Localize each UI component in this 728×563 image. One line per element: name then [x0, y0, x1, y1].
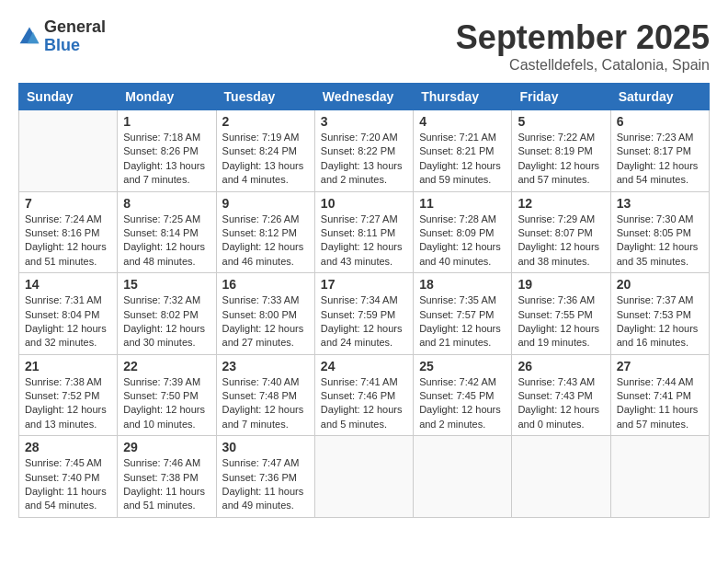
- calendar-table: SundayMondayTuesdayWednesdayThursdayFrid…: [18, 83, 710, 518]
- day-number: 15: [123, 277, 210, 292]
- day-info: Sunrise: 7:28 AM Sunset: 8:09 PM Dayligh…: [419, 213, 506, 270]
- day-number: 25: [419, 359, 506, 373]
- day-number: 13: [617, 196, 703, 211]
- day-number: 19: [518, 277, 604, 292]
- day-info: Sunrise: 7:21 AM Sunset: 8:21 PM Dayligh…: [419, 131, 506, 188]
- daylight-text: Daylight: 11 hours and 54 minutes.: [25, 486, 107, 511]
- daylight-text: Daylight: 13 hours and 4 minutes.: [222, 160, 304, 185]
- sunrise-text: Sunrise: 7:33 AM: [222, 294, 300, 305]
- day-info: Sunrise: 7:31 AM Sunset: 8:04 PM Dayligh…: [25, 293, 111, 350]
- daylight-text: Daylight: 12 hours and 40 minutes.: [419, 241, 501, 266]
- calendar-cell: 2 Sunrise: 7:19 AM Sunset: 8:24 PM Dayli…: [216, 110, 314, 192]
- calendar-cell: 20 Sunrise: 7:37 AM Sunset: 7:53 PM Dayl…: [610, 273, 709, 355]
- calendar-cell: 16 Sunrise: 7:33 AM Sunset: 8:00 PM Dayl…: [216, 273, 314, 355]
- day-number: 6: [617, 114, 703, 129]
- day-info: Sunrise: 7:32 AM Sunset: 8:02 PM Dayligh…: [123, 293, 210, 350]
- daylight-text: Daylight: 12 hours and 10 minutes.: [123, 404, 205, 429]
- weekday-header-saturday: Saturday: [610, 84, 709, 110]
- sunset-text: Sunset: 8:22 PM: [321, 145, 395, 156]
- calendar-cell: 4 Sunrise: 7:21 AM Sunset: 8:21 PM Dayli…: [414, 110, 512, 192]
- day-info: Sunrise: 7:25 AM Sunset: 8:14 PM Dayligh…: [123, 213, 210, 270]
- sunset-text: Sunset: 8:09 PM: [419, 227, 494, 238]
- logo-general: General: [44, 18, 106, 37]
- day-info: Sunrise: 7:18 AM Sunset: 8:26 PM Dayligh…: [123, 131, 210, 188]
- day-number: 16: [222, 277, 309, 292]
- day-number: 9: [222, 196, 309, 211]
- sunset-text: Sunset: 8:04 PM: [25, 309, 99, 320]
- day-number: 18: [419, 277, 506, 292]
- calendar-cell: 11 Sunrise: 7:28 AM Sunset: 8:09 PM Dayl…: [414, 191, 512, 273]
- sunrise-text: Sunrise: 7:42 AM: [419, 376, 496, 387]
- day-number: 3: [321, 114, 407, 129]
- day-number: 29: [123, 440, 210, 454]
- location: Castelldefels, Catalonia, Spain: [456, 57, 710, 74]
- calendar-cell: 18 Sunrise: 7:35 AM Sunset: 7:57 PM Dayl…: [414, 273, 512, 355]
- day-info: Sunrise: 7:40 AM Sunset: 7:48 PM Dayligh…: [222, 375, 309, 432]
- day-number: 14: [25, 277, 111, 292]
- sunset-text: Sunset: 8:02 PM: [123, 309, 198, 320]
- sunset-text: Sunset: 7:52 PM: [25, 390, 99, 401]
- daylight-text: Daylight: 12 hours and 59 minutes.: [419, 160, 501, 185]
- daylight-text: Daylight: 11 hours and 49 minutes.: [222, 486, 304, 511]
- day-info: Sunrise: 7:30 AM Sunset: 8:05 PM Dayligh…: [617, 213, 703, 270]
- daylight-text: Daylight: 12 hours and 2 minutes.: [419, 404, 501, 429]
- day-info: Sunrise: 7:47 AM Sunset: 7:36 PM Dayligh…: [222, 456, 309, 513]
- daylight-text: Daylight: 12 hours and 48 minutes.: [123, 241, 205, 266]
- day-info: Sunrise: 7:20 AM Sunset: 8:22 PM Dayligh…: [321, 131, 407, 188]
- sunset-text: Sunset: 8:12 PM: [222, 227, 297, 238]
- sunset-text: Sunset: 8:05 PM: [617, 227, 691, 238]
- daylight-text: Daylight: 12 hours and 32 minutes.: [25, 323, 107, 348]
- daylight-text: Daylight: 12 hours and 57 minutes.: [518, 160, 599, 185]
- sunset-text: Sunset: 8:26 PM: [123, 145, 198, 156]
- sunrise-text: Sunrise: 7:28 AM: [419, 213, 496, 224]
- sunrise-text: Sunrise: 7:41 AM: [321, 376, 398, 387]
- sunrise-text: Sunrise: 7:21 AM: [419, 132, 496, 143]
- sunrise-text: Sunrise: 7:40 AM: [222, 376, 300, 387]
- day-info: Sunrise: 7:29 AM Sunset: 8:07 PM Dayligh…: [518, 213, 604, 270]
- calendar-cell: 23 Sunrise: 7:40 AM Sunset: 7:48 PM Dayl…: [216, 354, 314, 436]
- logo-text: General Blue: [44, 18, 106, 55]
- day-info: Sunrise: 7:33 AM Sunset: 8:00 PM Dayligh…: [222, 293, 309, 350]
- day-number: 20: [617, 277, 703, 292]
- daylight-text: Daylight: 12 hours and 51 minutes.: [25, 241, 107, 266]
- calendar-cell: [610, 436, 709, 518]
- day-number: 12: [518, 196, 604, 211]
- daylight-text: Daylight: 12 hours and 13 minutes.: [25, 404, 107, 429]
- day-info: Sunrise: 7:44 AM Sunset: 7:41 PM Dayligh…: [617, 375, 703, 432]
- calendar-week-row: 28 Sunrise: 7:45 AM Sunset: 7:40 PM Dayl…: [19, 436, 710, 518]
- calendar-cell: 29 Sunrise: 7:46 AM Sunset: 7:38 PM Dayl…: [118, 436, 216, 518]
- sunset-text: Sunset: 8:19 PM: [518, 145, 592, 156]
- calendar-week-row: 21 Sunrise: 7:38 AM Sunset: 7:52 PM Dayl…: [19, 354, 710, 436]
- day-number: 26: [518, 359, 604, 373]
- daylight-text: Daylight: 12 hours and 38 minutes.: [518, 241, 599, 266]
- calendar-week-row: 14 Sunrise: 7:31 AM Sunset: 8:04 PM Dayl…: [19, 273, 710, 355]
- daylight-text: Daylight: 13 hours and 7 minutes.: [123, 160, 205, 185]
- weekday-header-row: SundayMondayTuesdayWednesdayThursdayFrid…: [19, 84, 710, 110]
- sunrise-text: Sunrise: 7:30 AM: [617, 213, 694, 224]
- day-number: 10: [321, 196, 407, 211]
- sunrise-text: Sunrise: 7:26 AM: [222, 213, 300, 224]
- sunset-text: Sunset: 8:00 PM: [222, 309, 297, 320]
- calendar-cell: [414, 436, 512, 518]
- daylight-text: Daylight: 12 hours and 19 minutes.: [518, 323, 599, 348]
- sunset-text: Sunset: 8:11 PM: [321, 227, 395, 238]
- calendar-cell: 6 Sunrise: 7:23 AM Sunset: 8:17 PM Dayli…: [610, 110, 709, 192]
- sunset-text: Sunset: 8:17 PM: [617, 145, 691, 156]
- daylight-text: Daylight: 12 hours and 16 minutes.: [617, 323, 699, 348]
- daylight-text: Daylight: 12 hours and 30 minutes.: [123, 323, 205, 348]
- daylight-text: Daylight: 12 hours and 5 minutes.: [321, 404, 403, 429]
- day-info: Sunrise: 7:41 AM Sunset: 7:46 PM Dayligh…: [321, 375, 407, 432]
- calendar-cell: 19 Sunrise: 7:36 AM Sunset: 7:55 PM Dayl…: [512, 273, 610, 355]
- sunrise-text: Sunrise: 7:24 AM: [25, 213, 102, 224]
- day-info: Sunrise: 7:22 AM Sunset: 8:19 PM Dayligh…: [518, 131, 604, 188]
- calendar-cell: 28 Sunrise: 7:45 AM Sunset: 7:40 PM Dayl…: [19, 436, 118, 518]
- daylight-text: Daylight: 12 hours and 35 minutes.: [617, 241, 699, 266]
- calendar-cell: 25 Sunrise: 7:42 AM Sunset: 7:45 PM Dayl…: [414, 354, 512, 436]
- sunset-text: Sunset: 8:16 PM: [25, 227, 99, 238]
- sunrise-text: Sunrise: 7:44 AM: [617, 376, 694, 387]
- day-number: 2: [222, 114, 309, 129]
- calendar-cell: 30 Sunrise: 7:47 AM Sunset: 7:36 PM Dayl…: [216, 436, 314, 518]
- daylight-text: Daylight: 12 hours and 27 minutes.: [222, 323, 304, 348]
- sunset-text: Sunset: 7:53 PM: [617, 309, 691, 320]
- day-number: 17: [321, 277, 407, 292]
